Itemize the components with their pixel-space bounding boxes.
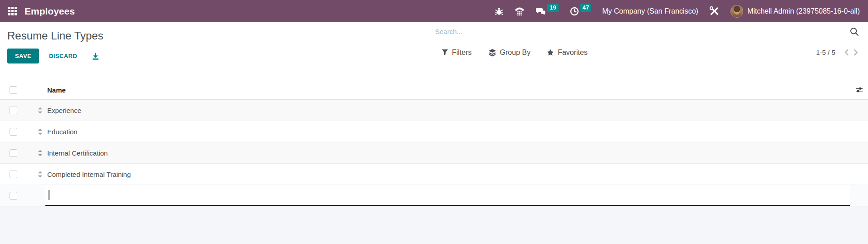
voip-button[interactable] xyxy=(515,6,525,16)
control-panel-buttons: SAVE DISCARD xyxy=(7,49,434,63)
filter-icon xyxy=(441,49,448,56)
header-options-cell xyxy=(850,87,868,93)
table-row[interactable]: Education xyxy=(0,121,868,142)
row-checkbox[interactable] xyxy=(10,192,17,200)
user-name: Mitchell Admin (23975085-16-0-all) xyxy=(747,7,860,15)
employees-resume-line-types-page: Employees xyxy=(0,0,868,244)
resume-line-types-list: Name xyxy=(0,80,868,206)
drag-handle-icon[interactable] xyxy=(38,171,43,178)
drag-handle-icon[interactable] xyxy=(38,128,43,135)
pager-next-button[interactable] xyxy=(851,48,861,57)
row-checkbox-cell xyxy=(0,185,34,206)
favorites-star-icon xyxy=(547,49,554,56)
row-trailing-cell xyxy=(850,164,868,185)
column-options-icon[interactable] xyxy=(855,87,863,93)
table-row[interactable]: Internal Certification xyxy=(0,142,868,164)
pager-next-icon xyxy=(853,49,858,56)
group-by-label: Group By xyxy=(500,49,531,57)
select-all-checkbox[interactable] xyxy=(10,86,17,94)
row-handle-cell xyxy=(34,185,45,206)
row-name-cell[interactable]: Completed Internal Training xyxy=(45,164,850,185)
save-button[interactable]: SAVE xyxy=(7,49,39,63)
list-header: Name xyxy=(0,80,868,100)
activities-icon xyxy=(569,6,579,16)
table-row[interactable]: Experience xyxy=(0,100,868,121)
list-body: Experience xyxy=(0,100,868,206)
user-avatar xyxy=(731,5,743,18)
search-facets: Filters Group By Fav xyxy=(434,49,588,57)
bug-icon xyxy=(495,7,504,16)
row-checkbox[interactable] xyxy=(10,107,17,114)
row-checkbox[interactable] xyxy=(10,171,17,178)
row-trailing-cell xyxy=(850,185,868,206)
row-name: Completed Internal Training xyxy=(47,171,131,178)
row-name-cell[interactable]: Education xyxy=(45,121,850,142)
search-button[interactable] xyxy=(848,26,861,37)
search-input[interactable] xyxy=(434,28,848,35)
discard-button[interactable]: DISCARD xyxy=(43,49,83,63)
row-trailing-cell xyxy=(850,142,868,163)
debug-button[interactable] xyxy=(495,7,504,16)
activities-badge: 47 xyxy=(580,4,591,12)
active-app-name[interactable]: Employees xyxy=(25,6,75,17)
filters-button[interactable]: Filters xyxy=(441,49,472,57)
row-checkbox-cell xyxy=(0,164,34,185)
row-name: Internal Certification xyxy=(47,149,108,157)
row-checkbox[interactable] xyxy=(10,128,17,136)
row-trailing-cell xyxy=(850,121,868,142)
favorites-button[interactable]: Favorites xyxy=(547,49,588,57)
company-switcher[interactable]: My Company (San Francisco) xyxy=(602,7,698,15)
row-name: Education xyxy=(47,128,78,136)
text-cursor xyxy=(49,190,49,200)
control-panel: Resume Line Types SAVE DISCARD xyxy=(0,22,868,80)
messages-icon xyxy=(535,6,546,16)
table-row[interactable] xyxy=(0,185,868,206)
search-icon xyxy=(850,27,859,36)
row-handle-cell xyxy=(34,142,45,163)
row-trailing-cell xyxy=(850,100,868,121)
messages-button[interactable]: 19 xyxy=(535,6,558,16)
search-bar xyxy=(434,22,861,41)
favorites-label: Favorites xyxy=(558,49,588,57)
drag-handle-icon[interactable] xyxy=(38,107,43,114)
row-name-cell[interactable]: Internal Certification xyxy=(45,142,850,163)
tools-icon xyxy=(709,6,720,16)
breadcrumb-page-title: Resume Line Types xyxy=(7,29,434,42)
group-by-icon xyxy=(488,49,496,57)
user-menu[interactable]: Mitchell Admin (23975085-16-0-all) xyxy=(731,5,860,18)
apps-menu-button[interactable] xyxy=(4,0,21,22)
download-icon xyxy=(92,52,99,60)
export-button[interactable] xyxy=(90,50,101,62)
control-panel-left: Resume Line Types SAVE DISCARD xyxy=(0,22,434,80)
top-navbar: Employees xyxy=(0,0,868,22)
pager-previous-icon xyxy=(844,49,849,56)
row-handle-cell xyxy=(34,121,45,142)
apps-menu-icon xyxy=(8,6,17,16)
row-handle-cell xyxy=(34,100,45,121)
pager-range[interactable]: 1-5 / 5 xyxy=(816,49,835,56)
table-row[interactable]: Completed Internal Training xyxy=(0,164,868,185)
row-name-cell[interactable] xyxy=(45,185,850,206)
row-checkbox-cell xyxy=(0,100,34,121)
header-checkbox-cell xyxy=(0,86,34,94)
messages-badge: 19 xyxy=(547,4,558,12)
row-checkbox-cell xyxy=(0,142,34,163)
row-name: Experience xyxy=(47,107,81,114)
row-name-cell[interactable]: Experience xyxy=(45,100,850,121)
search-options-row: Filters Group By Fav xyxy=(434,48,861,57)
row-checkbox-cell xyxy=(0,121,34,142)
group-by-button[interactable]: Group By xyxy=(488,49,531,57)
row-handle-cell xyxy=(34,164,45,185)
content-background xyxy=(0,206,868,244)
voip-phone-icon xyxy=(515,6,525,16)
pager: 1-5 / 5 xyxy=(816,48,861,57)
activities-button[interactable]: 47 xyxy=(569,6,591,16)
navbar-systray: 19 47 My Company (San Francisco) xyxy=(495,5,860,18)
filters-label: Filters xyxy=(452,49,472,57)
drag-handle-icon[interactable] xyxy=(38,150,43,156)
pager-previous-button[interactable] xyxy=(842,48,851,57)
control-panel-right: Filters Group By Fav xyxy=(434,22,868,80)
row-checkbox[interactable] xyxy=(10,149,17,157)
name-column-header[interactable]: Name xyxy=(34,86,850,94)
tools-button[interactable] xyxy=(709,6,720,16)
